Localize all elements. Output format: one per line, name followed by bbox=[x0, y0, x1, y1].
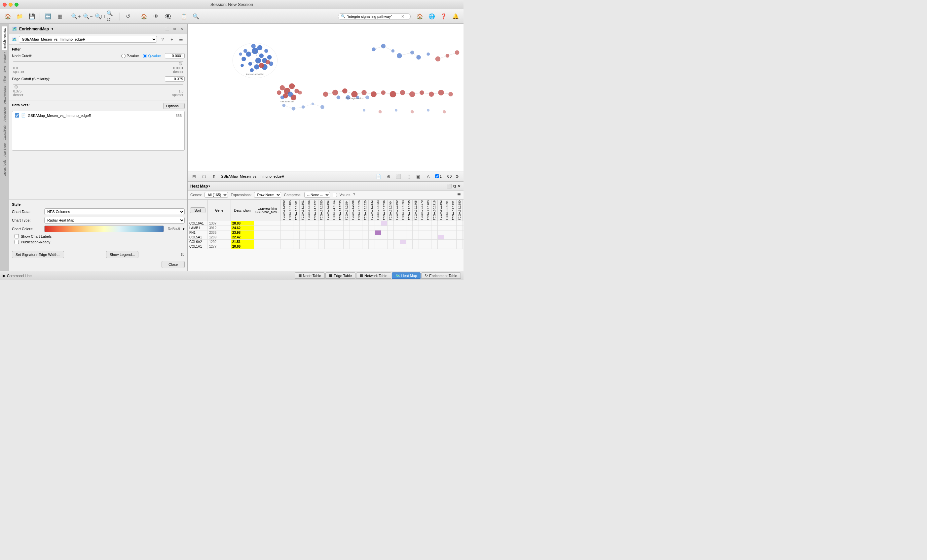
show-chart-labels-checkbox[interactable] bbox=[15, 234, 19, 238]
sidebar-item-style[interactable]: Style bbox=[2, 65, 7, 74]
help-heatmap-icon[interactable]: ? bbox=[353, 193, 355, 197]
data-cell bbox=[337, 235, 343, 240]
dataset-checkbox[interactable] bbox=[15, 113, 19, 118]
heatmap-dropdown-icon[interactable]: ▾ bbox=[208, 184, 210, 188]
heatmap-detach-btn[interactable]: ⧉ bbox=[453, 184, 456, 188]
save-icon[interactable]: 💾 bbox=[26, 11, 37, 22]
sidebar-item-annotation[interactable]: Annotation bbox=[2, 106, 7, 123]
data-cell bbox=[457, 226, 463, 231]
tab-node-table[interactable]: ▦ Node Table bbox=[295, 272, 325, 279]
tab-network-table[interactable]: ▦ Network Table bbox=[356, 272, 391, 279]
sidebar-item-causalpath[interactable]: CausalPath bbox=[2, 123, 7, 142]
home-icon[interactable]: 🏠 bbox=[3, 11, 13, 22]
chart-colors-dropdown[interactable]: ▾ bbox=[183, 227, 185, 231]
heatmap-close-btn[interactable]: ✕ bbox=[457, 184, 461, 188]
heatmap-menu-icon[interactable]: ☰ bbox=[457, 193, 461, 197]
show-chart-labels-label: Show Chart Labels bbox=[21, 234, 52, 238]
home-nav-icon[interactable]: 🏠 bbox=[415, 11, 425, 22]
chart-type-select[interactable]: Radial Heat Map bbox=[44, 217, 185, 223]
refresh-btn[interactable]: ↻ bbox=[180, 252, 185, 258]
settings-view-btn[interactable]: ⚙ bbox=[453, 172, 462, 181]
heatmap-table-container[interactable]: Sort Gene Description GSEARankingGSEAMap… bbox=[188, 199, 464, 271]
grid-icon[interactable]: ▦ bbox=[55, 11, 65, 22]
zoom-in-icon[interactable]: 🔍+ bbox=[71, 11, 81, 22]
view-checkbox[interactable] bbox=[435, 175, 439, 178]
add-network-btn[interactable]: + bbox=[168, 36, 175, 43]
sidebar-item-enrichmentmap[interactable]: EnrichmentMap bbox=[2, 26, 7, 50]
export-image-btn[interactable]: 📄 bbox=[374, 172, 383, 181]
node-cutoff-value[interactable]: 0.0001 bbox=[165, 53, 185, 58]
lasso-btn[interactable]: ⬚ bbox=[404, 172, 413, 181]
network-svg[interactable]: immune activation ECM organization cell … bbox=[188, 24, 464, 171]
sort-button[interactable]: Sort bbox=[190, 207, 205, 213]
ranking-header: Description bbox=[231, 200, 254, 221]
select-all-btn[interactable]: ⬜ bbox=[394, 172, 403, 181]
box-select-btn[interactable]: ▣ bbox=[414, 172, 422, 181]
tab-enrichment-table[interactable]: ↻ Enrichment Table bbox=[421, 272, 461, 279]
menu-network-btn[interactable]: ☰ bbox=[178, 36, 185, 43]
edge-cutoff-value[interactable]: 0.375 bbox=[165, 76, 185, 82]
import-icon[interactable]: ⬅️ bbox=[43, 11, 53, 22]
tab-edge-table[interactable]: ▦ Edge Table bbox=[325, 272, 356, 279]
values-checkbox[interactable] bbox=[333, 193, 337, 197]
export-btn[interactable]: ⬆ bbox=[210, 172, 218, 181]
data-cell bbox=[281, 235, 287, 240]
sidebar-item-network[interactable]: Network bbox=[2, 50, 7, 64]
sidebar-item-layouttools[interactable]: Layout Tools bbox=[2, 158, 7, 178]
heatmap-expand-btn[interactable]: ⬜ bbox=[447, 184, 452, 188]
close-btn[interactable]: Close bbox=[161, 261, 185, 268]
data-cell bbox=[325, 244, 331, 249]
share-view-btn[interactable]: ⬡ bbox=[199, 172, 208, 181]
maximize-window-btn[interactable] bbox=[15, 3, 18, 7]
set-signature-edge-width-btn[interactable]: Set Signature Edge Width... bbox=[12, 251, 64, 258]
network-canvas[interactable]: immune activation ECM organization cell … bbox=[188, 24, 464, 171]
open-icon[interactable]: 📁 bbox=[15, 11, 25, 22]
close-window-btn[interactable] bbox=[3, 3, 7, 7]
compress-select[interactable]: -- None -- bbox=[304, 192, 330, 198]
help-network-btn[interactable]: ? bbox=[159, 36, 166, 43]
data-cell bbox=[450, 240, 457, 244]
zoom-out-icon[interactable]: 🔍− bbox=[83, 11, 93, 22]
data-cell bbox=[419, 226, 425, 231]
search-input[interactable] bbox=[347, 15, 400, 18]
network-home-icon[interactable]: 🏠 bbox=[139, 11, 149, 22]
expand-panel-btn[interactable]: ⬜ bbox=[164, 26, 170, 32]
sidebar-item-appstore[interactable]: App Store bbox=[2, 142, 7, 158]
panel-dropdown-icon[interactable]: ▾ bbox=[52, 27, 53, 31]
pointer-btn[interactable]: ⊕ bbox=[384, 172, 393, 181]
search-bar[interactable]: 🔍 ✕ bbox=[338, 13, 411, 20]
genes-select[interactable]: All (165) bbox=[205, 192, 228, 198]
color-swatch[interactable] bbox=[44, 226, 164, 232]
grid-view-btn[interactable]: ⊞ bbox=[190, 172, 198, 181]
share-icon[interactable]: 👁 bbox=[150, 11, 161, 22]
tab-heat-map[interactable]: 🗺️ Heat Map bbox=[392, 272, 421, 279]
search-clear-icon[interactable]: ✕ bbox=[401, 14, 404, 19]
pvalue-radio[interactable]: P-value bbox=[121, 54, 139, 58]
sidebar-item-filter[interactable]: Filter bbox=[2, 74, 7, 84]
heatmap-header: Heat Map ▾ ⬜ ⧉ ✕ bbox=[188, 182, 464, 191]
help-icon[interactable]: ❓ bbox=[438, 11, 449, 22]
edge-table-label: Edge Table bbox=[334, 274, 352, 278]
show-legend-btn[interactable]: Show Legend... bbox=[106, 251, 138, 258]
notifications-icon[interactable]: 🔔 bbox=[450, 11, 461, 22]
chart-data-select[interactable]: NES Columns bbox=[44, 208, 185, 215]
qvalue-radio[interactable]: Q-value bbox=[143, 54, 161, 58]
detach-panel-btn[interactable]: ⧉ bbox=[172, 26, 178, 32]
minimize-window-btn[interactable] bbox=[9, 3, 12, 7]
sidebar-item-autoannotate[interactable]: AutoAnnotate bbox=[2, 85, 7, 105]
search-network-icon[interactable]: 🔍 bbox=[191, 11, 201, 22]
web-icon[interactable]: 🌐 bbox=[427, 11, 437, 22]
zoom-fit-icon[interactable]: 🔍□ bbox=[94, 11, 105, 22]
zoom-reset-icon[interactable]: 🔍↺ bbox=[106, 11, 117, 22]
clipboard-icon[interactable]: 📋 bbox=[179, 11, 189, 22]
svg-point-50 bbox=[298, 91, 302, 95]
expressions-select[interactable]: Row Norm bbox=[254, 192, 281, 198]
network-selector[interactable]: GSEAMap_Mesen_vs_Immuno_edgeR bbox=[19, 36, 157, 42]
refresh-icon[interactable]: ↺ bbox=[123, 11, 133, 22]
options-btn[interactable]: Options... bbox=[163, 103, 185, 109]
text-btn[interactable]: A bbox=[424, 172, 432, 181]
close-panel-btn[interactable]: ✕ bbox=[179, 26, 185, 32]
publication-ready-checkbox[interactable] bbox=[15, 240, 19, 244]
svg-point-76 bbox=[365, 96, 369, 99]
settings-icon[interactable]: 👁‍🗨 bbox=[163, 11, 173, 22]
